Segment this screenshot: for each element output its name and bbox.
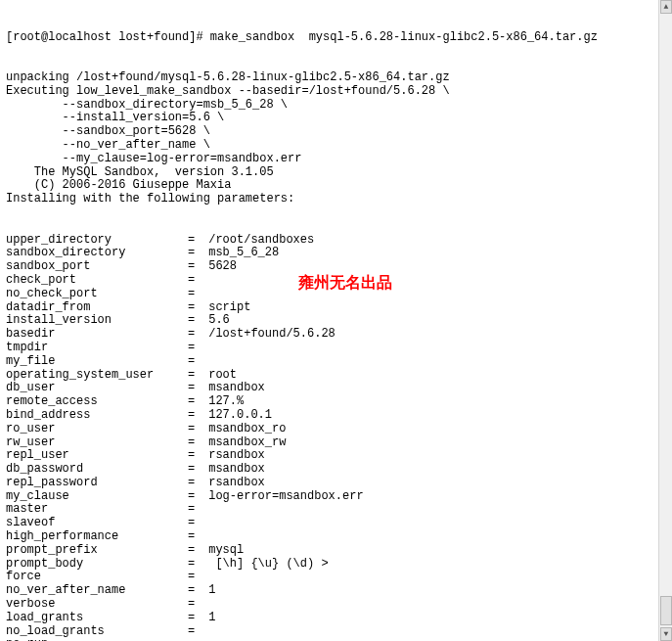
param-value [202,503,208,517]
param-key: master [6,503,188,517]
param-key: upper_directory [6,234,188,248]
param-row: verbose= [6,598,666,612]
param-row: my_file= [6,355,666,369]
equals-sign: = [188,274,202,288]
param-row: sandbox_directory= msb_5_6_28 [6,247,666,260]
equals-sign: = [188,423,202,436]
param-value [202,288,208,301]
param-row: repl_user= rsandbox [6,449,666,463]
param-value: 127.0.0.1 [202,409,272,423]
equals-sign: = [188,260,202,274]
param-value [202,571,208,584]
param-value: msandbox [202,382,265,395]
vertical-scrollbar[interactable]: ▲ ▼ [658,0,672,641]
param-row: operating_system_user= root [6,369,666,383]
param-value [202,598,208,612]
param-key: sandbox_directory [6,247,188,260]
output-line: The MySQL Sandbox, version 3.1.05 [6,166,666,180]
param-row: high_performance= [6,530,666,544]
param-key: repl_user [6,449,188,463]
param-key: my_clause [6,490,188,504]
param-row: datadir_from= script [6,301,666,315]
equals-sign: = [188,342,202,355]
param-row: basedir= /lost+found/5.6.28 [6,328,666,342]
param-row: bind_address= 127.0.0.1 [6,409,666,423]
param-key: datadir_from [6,301,188,315]
equals-sign: = [188,395,202,409]
param-key: high_performance [6,530,188,544]
equals-sign: = [188,234,202,248]
equals-sign: = [188,328,202,342]
param-key: db_user [6,382,188,395]
param-value [202,517,208,530]
param-value: msandbox [202,463,265,477]
param-key: operating_system_user [6,369,188,383]
equals-sign: = [188,436,202,450]
output-line: --install_version=5.6 \ [6,112,666,125]
param-row: rw_user= msandbox_rw [6,436,666,450]
output-line: unpacking /lost+found/mysql-5.6.28-linux… [6,71,666,85]
param-value [202,355,208,369]
param-row: no_load_grants= [6,625,666,639]
equals-sign: = [188,490,202,504]
param-key: no_load_grants [6,625,188,639]
param-key: basedir [6,328,188,342]
scroll-thumb[interactable] [660,596,672,625]
param-key: bind_address [6,409,188,423]
param-value [202,625,208,639]
param-row: slaveof= [6,517,666,530]
param-row: no_ver_after_name= 1 [6,584,666,598]
command-line: [root@localhost lost+found]# make_sandbo… [6,31,666,45]
equals-sign: = [188,612,202,625]
param-value: rsandbox [202,449,265,463]
equals-sign: = [188,301,202,315]
param-value: [\h] {\u} (\d) > [202,558,329,572]
param-key: check_port [6,274,188,288]
param-key: sandbox_port [6,260,188,274]
equals-sign: = [188,477,202,490]
param-key: rw_user [6,436,188,450]
param-value: root [202,369,237,383]
param-value: 127.% [202,395,244,409]
equals-sign: = [188,530,202,544]
param-value: msandbox_rw [202,436,286,450]
param-row: ro_user= msandbox_ro [6,423,666,436]
output-line: --sandbox_port=5628 \ [6,125,666,139]
param-key: ro_user [6,423,188,436]
terminal-output: [root@localhost lost+found]# make_sandbo… [6,4,666,641]
param-value: msandbox_ro [202,423,286,436]
equals-sign: = [188,558,202,572]
param-key: load_grants [6,612,188,625]
equals-sign: = [188,625,202,639]
scroll-down-arrow[interactable]: ▼ [660,627,672,641]
param-value: script [202,301,250,315]
output-line: Installing with the following parameters… [6,193,666,206]
param-row: my_clause= log-error=msandbox.err [6,490,666,504]
equals-sign: = [188,382,202,395]
param-key: verbose [6,598,188,612]
param-row: sandbox_port= 5628 [6,260,666,274]
param-key: my_file [6,355,188,369]
param-value: /lost+found/5.6.28 [202,328,336,342]
param-value: 1 [202,584,215,598]
param-key: prompt_body [6,558,188,572]
scroll-up-arrow[interactable]: ▲ [660,0,672,14]
param-row: load_grants= 1 [6,612,666,625]
equals-sign: = [188,598,202,612]
param-key: slaveof [6,517,188,530]
equals-sign: = [188,517,202,530]
param-row: repl_password= rsandbox [6,477,666,490]
param-row: db_password= msandbox [6,463,666,477]
output-line: Executing low_level_make_sandbox --based… [6,85,666,99]
output-line: --no_ver_after_name \ [6,139,666,153]
param-value: rsandbox [202,477,265,490]
param-key: force [6,571,188,584]
param-value [202,274,208,288]
param-row: upper_directory= /root/sandboxes [6,234,666,248]
param-key: no_check_port [6,288,188,301]
output-line: (C) 2006-2016 Giuseppe Maxia [6,179,666,193]
equals-sign: = [188,369,202,383]
param-key: prompt_prefix [6,544,188,558]
param-value: 5628 [202,260,237,274]
param-value [202,530,208,544]
